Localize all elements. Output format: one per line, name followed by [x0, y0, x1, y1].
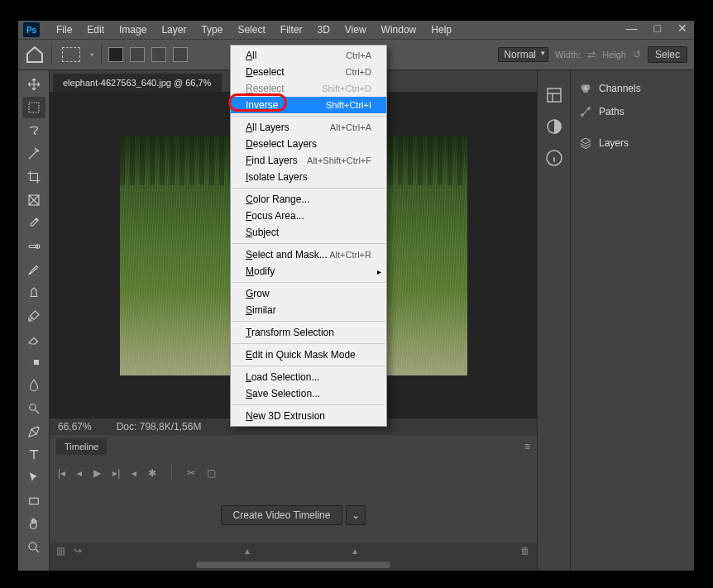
menu-item-new-3d-extrusion[interactable]: New 3D Extrusion — [231, 408, 386, 424]
menu-item-deselect-layers[interactable]: Deselect Layers — [231, 136, 386, 152]
lasso-tool-icon[interactable] — [22, 120, 45, 141]
menu-item-grow[interactable]: Grow — [231, 285, 386, 302]
split-icon[interactable]: ✂ — [187, 467, 195, 479]
menu-item-deselect[interactable]: DeselectCtrl+D — [231, 64, 386, 80]
menu-window[interactable]: Window — [375, 22, 423, 37]
eyedropper-tool-icon[interactable] — [22, 213, 45, 234]
timeline-tab[interactable]: Timeline — [56, 438, 107, 455]
select-button[interactable]: Selec — [648, 46, 687, 63]
panel-menu-icon[interactable]: ≡ — [524, 441, 530, 452]
menu-file[interactable]: File — [50, 22, 79, 37]
selection-mode-add-icon[interactable] — [130, 47, 145, 62]
magic-wand-tool-icon[interactable] — [22, 143, 45, 165]
menu-layer[interactable]: Layer — [155, 22, 193, 37]
selection-mode-new-icon[interactable] — [108, 47, 123, 62]
path-selection-tool-icon[interactable] — [22, 467, 45, 489]
adjustments-panel-icon[interactable] — [544, 117, 564, 136]
menu-item-find-layers[interactable]: Find LayersAlt+Shift+Ctrl+F — [231, 152, 386, 169]
crop-tool-icon[interactable] — [22, 166, 45, 188]
mute-icon[interactable]: ◂ — [132, 467, 136, 479]
hand-tool-icon[interactable] — [22, 514, 45, 535]
timeline-dropdown-button[interactable]: ⌄ — [346, 505, 366, 525]
zoom-tool-icon[interactable] — [22, 537, 45, 558]
menu-edit[interactable]: Edit — [80, 22, 111, 37]
blend-mode-select[interactable]: Normal — [498, 47, 548, 62]
svg-rect-9 — [548, 88, 561, 102]
type-tool-icon[interactable] — [22, 444, 45, 466]
info-panel-icon[interactable] — [544, 148, 564, 168]
go-start-icon[interactable]: |◂ — [58, 467, 65, 479]
menu-item-edit-in-quick-mask-mode[interactable]: Edit in Quick Mask Mode — [231, 347, 386, 363]
menu-select[interactable]: Select — [231, 22, 271, 37]
channels-panel-button[interactable]: Channels — [571, 77, 694, 100]
timeline-footer: ▥ ↪ ▴ ▴ 🗑 — [50, 543, 537, 559]
minimize-button[interactable]: — — [626, 22, 638, 35]
menu-help[interactable]: Help — [424, 22, 458, 37]
app-logo: Ps — [23, 22, 40, 37]
clone-stamp-tool-icon[interactable] — [22, 282, 45, 304]
next-frame-icon[interactable]: ▸| — [112, 467, 120, 479]
menu-view[interactable]: View — [338, 22, 373, 37]
menu-item-all[interactable]: AllCtrl+A — [231, 47, 386, 64]
selection-mode-subtract-icon[interactable] — [151, 47, 166, 62]
transition-icon[interactable]: ▢ — [207, 467, 216, 479]
timeline-slider-left-icon[interactable]: ▴ — [245, 545, 250, 557]
gradient-tool-icon[interactable] — [22, 351, 45, 373]
menu-item-load-selection[interactable]: Load Selection... — [231, 369, 386, 385]
create-video-timeline-button[interactable]: Create Video Timeline — [221, 505, 343, 525]
blur-tool-icon[interactable] — [22, 375, 45, 396]
healing-brush-tool-icon[interactable] — [22, 236, 45, 257]
marquee-tool-icon[interactable] — [22, 97, 45, 118]
frame-tool-icon[interactable] — [22, 189, 45, 211]
paths-label: Paths — [599, 106, 624, 117]
document-tab-1[interactable]: elephant-4627563_640.jpg @ 66,7% — [53, 74, 222, 92]
menu-item-label: Color Range... — [246, 194, 309, 205]
menu-item-similar[interactable]: Similar — [231, 302, 386, 318]
timeline-trash-icon[interactable]: 🗑 — [520, 545, 530, 557]
move-tool-icon[interactable] — [22, 74, 45, 95]
horizontal-scrollbar[interactable] — [50, 559, 537, 571]
menu-item-inverse[interactable]: InverseShift+Ctrl+I — [231, 97, 386, 113]
paths-panel-button[interactable]: Paths — [571, 100, 694, 123]
menu-item-save-selection[interactable]: Save Selection... — [231, 385, 386, 402]
menu-item-transform-selection[interactable]: Transform Selection — [231, 324, 386, 341]
menu-item-color-range[interactable]: Color Range... — [231, 191, 386, 208]
maximize-button[interactable]: □ — [654, 22, 661, 35]
menu-item-focus-area[interactable]: Focus Area... — [231, 208, 386, 224]
collapsed-panels-bar — [537, 70, 570, 571]
rectangle-tool-icon[interactable] — [22, 490, 45, 512]
svg-point-14 — [583, 88, 589, 93]
play-icon[interactable]: ▶ — [93, 467, 101, 479]
timeline-slider-right-icon[interactable]: ▴ — [352, 545, 357, 557]
menu-item-subject[interactable]: Subject — [231, 224, 386, 241]
menu-image[interactable]: Image — [112, 22, 153, 37]
properties-panel-icon[interactable] — [544, 85, 564, 105]
prev-frame-icon[interactable]: ◂ — [77, 467, 82, 479]
marquee-preview-icon[interactable] — [62, 47, 80, 62]
scrollbar-thumb[interactable] — [196, 562, 391, 568]
menu-item-isolate-layers[interactable]: Isolate Layers — [231, 169, 386, 185]
menu-item-select-and-mask[interactable]: Select and Mask...Alt+Ctrl+R — [231, 246, 386, 263]
timeline-zoom-out-icon[interactable]: ▥ — [56, 545, 65, 557]
selection-mode-intersect-icon[interactable] — [173, 47, 188, 62]
dodge-tool-icon[interactable] — [22, 398, 45, 419]
history-brush-tool-icon[interactable] — [22, 305, 45, 327]
close-button[interactable]: ✕ — [677, 22, 687, 35]
menu-3d[interactable]: 3D — [310, 22, 336, 37]
svg-rect-5 — [29, 360, 34, 365]
zoom-level[interactable]: 66,67% — [58, 421, 92, 433]
brush-tool-icon[interactable] — [22, 259, 45, 280]
layers-panel-button[interactable]: Layers — [571, 131, 694, 155]
menu-item-label: Edit in Quick Mask Mode — [246, 349, 356, 361]
settings-icon[interactable]: ✱ — [148, 467, 156, 479]
pen-tool-icon[interactable] — [22, 421, 45, 442]
timeline-convert-icon[interactable]: ↪ — [74, 545, 82, 557]
eraser-tool-icon[interactable] — [22, 328, 45, 350]
clear-icon[interactable]: ↺ — [633, 49, 641, 60]
menu-filter[interactable]: Filter — [274, 22, 309, 37]
menu-type[interactable]: Type — [194, 22, 229, 37]
swap-icon[interactable]: ⇄ — [587, 49, 596, 60]
menu-item-modify[interactable]: Modify — [231, 263, 386, 280]
home-icon[interactable] — [25, 45, 45, 65]
menu-item-all-layers[interactable]: All LayersAlt+Ctrl+A — [231, 119, 386, 136]
